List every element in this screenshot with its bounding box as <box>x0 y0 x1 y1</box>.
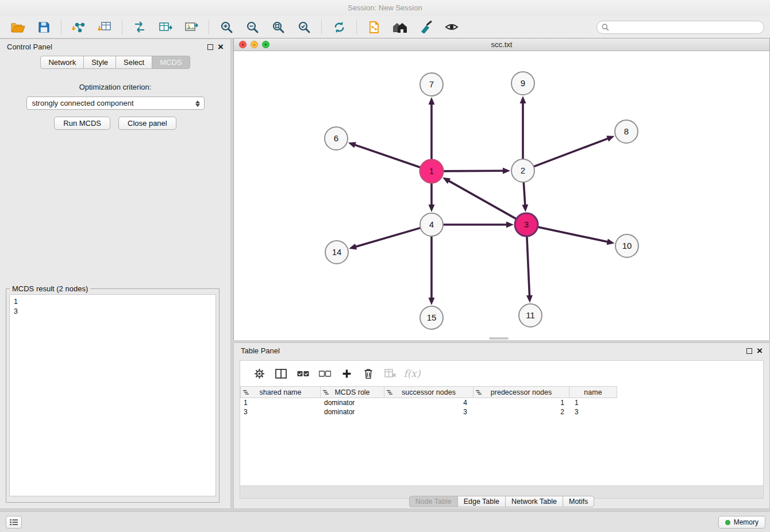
search-field[interactable] <box>596 21 764 34</box>
import-table-file-icon[interactable] <box>93 18 117 36</box>
zoom-out-icon[interactable] <box>240 18 264 36</box>
search-input[interactable] <box>612 23 759 32</box>
save-icon[interactable] <box>32 18 56 36</box>
tab-select[interactable]: Select <box>116 56 152 69</box>
graph-edge[interactable] <box>349 228 420 250</box>
share-network-icon[interactable] <box>128 18 152 36</box>
table-cell[interactable]: 3 <box>240 407 321 417</box>
network-graph[interactable]: 7968124314101511 <box>234 51 769 340</box>
tab-network-table[interactable]: Network Table <box>505 496 563 507</box>
clone-document-icon[interactable] <box>362 18 386 36</box>
close-panel-icon[interactable]: × <box>218 44 224 50</box>
table-cell[interactable]: dominator <box>321 407 385 417</box>
graph-node[interactable]: 2 <box>511 159 534 182</box>
graph-node[interactable]: 14 <box>325 241 348 264</box>
graph-edge[interactable] <box>429 97 435 159</box>
table-cell[interactable]: 2 <box>475 407 571 417</box>
window-close-icon[interactable]: × <box>239 41 247 48</box>
delete-column-icon[interactable] <box>357 364 379 383</box>
table-settings-gear-icon[interactable] <box>248 364 270 383</box>
column-header-shared-name[interactable]: shared name <box>240 386 321 398</box>
column-header-successor-nodes[interactable]: successor nodes <box>384 386 473 398</box>
table-cell[interactable]: 4 <box>385 398 475 407</box>
task-history-button[interactable] <box>6 516 22 529</box>
canvas-scrollbar-handle[interactable] <box>489 337 509 340</box>
status-bar: Memory <box>0 511 770 532</box>
tab-motifs[interactable]: Motifs <box>563 496 594 507</box>
control-panel: Control Panel × Network Style Select MCD… <box>0 38 231 509</box>
toolbar-separator <box>209 20 209 34</box>
tab-style[interactable]: Style <box>83 56 116 69</box>
table-cell[interactable]: 1 <box>571 398 619 407</box>
float-panel-icon[interactable] <box>207 44 213 50</box>
graph-node[interactable]: 15 <box>420 306 443 329</box>
tab-network[interactable]: Network <box>40 56 84 69</box>
tab-edge-table[interactable]: Edge Table <box>457 496 506 507</box>
graph-edge[interactable] <box>444 168 510 174</box>
window-minimize-icon[interactable]: − <box>251 41 258 48</box>
table-cell[interactable]: 1 <box>240 398 321 407</box>
tab-mcds[interactable]: MCDS <box>152 56 190 69</box>
memory-button[interactable]: Memory <box>718 516 765 529</box>
graph-edge[interactable] <box>442 178 516 219</box>
edge-arrowhead <box>606 136 614 141</box>
graph-node[interactable]: 9 <box>511 72 534 95</box>
table-row[interactable]: 3dominator323 <box>240 407 763 417</box>
mcds-result-list[interactable]: 1 3 <box>9 294 216 496</box>
run-mcds-button[interactable]: Run MCDS <box>54 117 110 130</box>
network-window-titlebar[interactable]: × − + scc.txt <box>234 38 769 51</box>
network-canvas[interactable]: 7968124314101511 <box>234 51 769 340</box>
eye-icon[interactable] <box>440 18 464 36</box>
zoom-fit-icon[interactable] <box>266 18 290 36</box>
table-row[interactable]: 1dominator411 <box>240 398 763 407</box>
main-toolbar <box>0 16 770 38</box>
graph-edge[interactable] <box>520 96 526 159</box>
graph-node[interactable]: 6 <box>325 127 348 150</box>
graph-edge[interactable] <box>526 237 533 303</box>
column-header-mcds-role[interactable]: MCDS role <box>320 386 384 398</box>
search-icon <box>602 24 609 31</box>
close-panel-button[interactable]: Close panel <box>118 117 176 130</box>
graph-edge[interactable] <box>522 183 528 212</box>
column-header-name[interactable]: name <box>569 386 617 398</box>
deselect-all-rows-icon[interactable] <box>314 364 336 383</box>
network-view-window: × − + scc.txt 7968124314101511 <box>233 38 770 340</box>
select-all-rows-icon[interactable] <box>292 364 314 383</box>
graph-node[interactable]: 11 <box>519 304 542 327</box>
import-network-file-icon[interactable] <box>67 18 91 36</box>
graph-node[interactable]: 3 <box>515 213 538 236</box>
graph-edge[interactable] <box>429 183 435 212</box>
graph-node[interactable]: 1 <box>420 160 443 183</box>
tab-node-table[interactable]: Node Table <box>409 496 458 507</box>
home-icon[interactable] <box>388 18 412 36</box>
refresh-icon[interactable] <box>327 18 351 36</box>
show-columns-icon[interactable] <box>270 364 292 383</box>
graph-edge[interactable] <box>538 227 615 245</box>
zoom-in-icon[interactable] <box>214 18 238 36</box>
graph-edge[interactable] <box>444 222 514 228</box>
graph-edge[interactable] <box>348 142 420 167</box>
graph-node[interactable]: 10 <box>615 234 638 257</box>
style-brush-icon[interactable] <box>414 18 438 36</box>
table-cell[interactable]: 1 <box>475 398 571 407</box>
table-cell[interactable]: 3 <box>571 407 619 417</box>
graph-node[interactable]: 4 <box>420 213 443 236</box>
graph-node[interactable]: 8 <box>615 120 638 143</box>
export-image-icon[interactable] <box>179 18 203 36</box>
zoom-selected-icon[interactable] <box>292 18 316 36</box>
open-folder-icon[interactable] <box>6 18 30 36</box>
function-builder-icon[interactable]: f(x) <box>401 364 423 383</box>
add-column-icon[interactable] <box>336 364 357 383</box>
export-table-icon[interactable] <box>153 18 178 36</box>
delete-table-icon[interactable] <box>379 364 401 383</box>
graph-edge[interactable] <box>429 237 435 305</box>
graph-node[interactable]: 7 <box>420 73 443 96</box>
close-table-panel-icon[interactable]: × <box>757 348 763 354</box>
float-table-panel-icon[interactable] <box>746 348 752 354</box>
graph-edge[interactable] <box>534 136 615 166</box>
window-zoom-icon[interactable]: + <box>262 41 270 48</box>
table-cell[interactable]: 3 <box>385 407 475 417</box>
table-cell[interactable]: dominator <box>321 398 385 407</box>
optimization-criterion-select[interactable]: strongly connected component <box>26 97 205 110</box>
column-header-predecessor-nodes[interactable]: predecessor nodes <box>473 386 569 398</box>
